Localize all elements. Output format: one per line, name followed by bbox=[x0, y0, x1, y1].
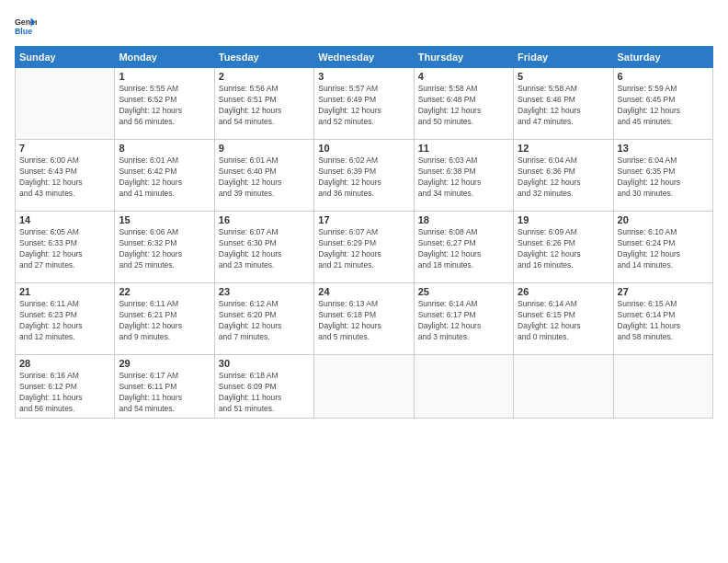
day-number: 21 bbox=[19, 286, 110, 297]
day-number: 30 bbox=[219, 358, 310, 369]
day-header-monday: Monday bbox=[115, 47, 214, 68]
day-number: 15 bbox=[119, 214, 210, 225]
day-info: Sunrise: 6:14 AM Sunset: 6:17 PM Dayligh… bbox=[418, 299, 509, 343]
day-number: 12 bbox=[518, 143, 609, 154]
day-number: 27 bbox=[618, 286, 709, 297]
calendar-cell: 8Sunrise: 6:01 AM Sunset: 6:42 PM Daylig… bbox=[115, 140, 214, 212]
calendar-cell: 30Sunrise: 6:18 AM Sunset: 6:09 PM Dayli… bbox=[214, 355, 313, 419]
day-info: Sunrise: 6:06 AM Sunset: 6:32 PM Dayligh… bbox=[119, 227, 210, 271]
calendar-cell: 16Sunrise: 6:07 AM Sunset: 6:30 PM Dayli… bbox=[214, 212, 313, 283]
day-info: Sunrise: 6:03 AM Sunset: 6:38 PM Dayligh… bbox=[418, 155, 509, 200]
day-header-thursday: Thursday bbox=[414, 47, 513, 68]
calendar-cell: 11Sunrise: 6:03 AM Sunset: 6:38 PM Dayli… bbox=[414, 140, 513, 212]
day-info: Sunrise: 6:07 AM Sunset: 6:30 PM Dayligh… bbox=[219, 227, 310, 271]
day-number: 10 bbox=[318, 143, 409, 154]
day-info: Sunrise: 5:58 AM Sunset: 6:46 PM Dayligh… bbox=[518, 84, 609, 128]
calendar-cell: 22Sunrise: 6:11 AM Sunset: 6:21 PM Dayli… bbox=[115, 283, 214, 355]
calendar-cell: 20Sunrise: 6:10 AM Sunset: 6:24 PM Dayli… bbox=[613, 212, 712, 283]
day-number: 17 bbox=[318, 214, 409, 225]
calendar-cell: 4Sunrise: 5:58 AM Sunset: 6:48 PM Daylig… bbox=[414, 68, 513, 140]
calendar-cell bbox=[514, 355, 613, 419]
day-number: 2 bbox=[219, 71, 310, 82]
day-number: 19 bbox=[518, 214, 609, 225]
day-info: Sunrise: 6:07 AM Sunset: 6:29 PM Dayligh… bbox=[318, 227, 409, 271]
calendar-cell: 23Sunrise: 6:12 AM Sunset: 6:20 PM Dayli… bbox=[214, 283, 313, 355]
day-info: Sunrise: 6:16 AM Sunset: 6:12 PM Dayligh… bbox=[19, 371, 110, 415]
calendar-cell: 28Sunrise: 6:16 AM Sunset: 6:12 PM Dayli… bbox=[16, 355, 115, 419]
day-header-tuesday: Tuesday bbox=[214, 47, 313, 68]
day-number: 26 bbox=[518, 286, 609, 297]
calendar-cell: 27Sunrise: 6:15 AM Sunset: 6:14 PM Dayli… bbox=[613, 283, 712, 355]
calendar-cell: 29Sunrise: 6:17 AM Sunset: 6:11 PM Dayli… bbox=[115, 355, 214, 419]
day-number: 20 bbox=[618, 214, 709, 225]
day-number: 4 bbox=[418, 71, 509, 82]
calendar-cell: 10Sunrise: 6:02 AM Sunset: 6:39 PM Dayli… bbox=[314, 140, 414, 212]
calendar: SundayMondayTuesdayWednesdayThursdayFrid… bbox=[15, 46, 713, 419]
calendar-cell bbox=[613, 355, 712, 419]
day-number: 28 bbox=[19, 358, 110, 369]
day-info: Sunrise: 5:59 AM Sunset: 6:45 PM Dayligh… bbox=[618, 84, 709, 128]
calendar-cell: 14Sunrise: 6:05 AM Sunset: 6:33 PM Dayli… bbox=[16, 212, 115, 283]
day-number: 24 bbox=[318, 286, 409, 297]
calendar-cell: 5Sunrise: 5:58 AM Sunset: 6:46 PM Daylig… bbox=[514, 68, 613, 140]
calendar-cell: 18Sunrise: 6:08 AM Sunset: 6:27 PM Dayli… bbox=[414, 212, 513, 283]
calendar-cell: 1Sunrise: 5:55 AM Sunset: 6:52 PM Daylig… bbox=[115, 68, 214, 140]
day-info: Sunrise: 6:05 AM Sunset: 6:33 PM Dayligh… bbox=[19, 227, 110, 271]
day-info: Sunrise: 6:02 AM Sunset: 6:39 PM Dayligh… bbox=[318, 155, 409, 200]
calendar-cell: 17Sunrise: 6:07 AM Sunset: 6:29 PM Dayli… bbox=[314, 212, 414, 283]
day-header-saturday: Saturday bbox=[613, 47, 712, 68]
day-info: Sunrise: 5:55 AM Sunset: 6:52 PM Dayligh… bbox=[119, 84, 210, 128]
calendar-cell: 26Sunrise: 6:14 AM Sunset: 6:15 PM Dayli… bbox=[514, 283, 613, 355]
day-number: 23 bbox=[219, 286, 310, 297]
day-info: Sunrise: 5:56 AM Sunset: 6:51 PM Dayligh… bbox=[219, 84, 310, 128]
calendar-cell: 21Sunrise: 6:11 AM Sunset: 6:23 PM Dayli… bbox=[16, 283, 115, 355]
day-info: Sunrise: 5:58 AM Sunset: 6:48 PM Dayligh… bbox=[418, 84, 509, 128]
day-number: 18 bbox=[418, 214, 509, 225]
day-number: 16 bbox=[219, 214, 310, 225]
calendar-cell bbox=[314, 355, 414, 419]
calendar-cell: 15Sunrise: 6:06 AM Sunset: 6:32 PM Dayli… bbox=[115, 212, 214, 283]
day-info: Sunrise: 6:10 AM Sunset: 6:24 PM Dayligh… bbox=[618, 227, 709, 271]
day-info: Sunrise: 6:09 AM Sunset: 6:26 PM Dayligh… bbox=[518, 227, 609, 271]
day-number: 29 bbox=[119, 358, 210, 369]
calendar-cell: 2Sunrise: 5:56 AM Sunset: 6:51 PM Daylig… bbox=[214, 68, 313, 140]
day-info: Sunrise: 6:12 AM Sunset: 6:20 PM Dayligh… bbox=[219, 299, 310, 343]
calendar-cell: 12Sunrise: 6:04 AM Sunset: 6:36 PM Dayli… bbox=[514, 140, 613, 212]
day-number: 9 bbox=[219, 143, 310, 154]
calendar-cell: 6Sunrise: 5:59 AM Sunset: 6:45 PM Daylig… bbox=[613, 68, 712, 140]
calendar-cell bbox=[16, 68, 115, 140]
day-header-wednesday: Wednesday bbox=[314, 47, 414, 68]
day-number: 3 bbox=[318, 71, 409, 82]
day-number: 5 bbox=[518, 71, 609, 82]
logo: General Blue bbox=[15, 15, 40, 37]
day-number: 13 bbox=[618, 143, 709, 154]
day-info: Sunrise: 6:11 AM Sunset: 6:21 PM Dayligh… bbox=[119, 299, 210, 343]
day-info: Sunrise: 6:13 AM Sunset: 6:18 PM Dayligh… bbox=[318, 299, 409, 343]
day-header-sunday: Sunday bbox=[16, 47, 115, 68]
day-info: Sunrise: 6:08 AM Sunset: 6:27 PM Dayligh… bbox=[418, 227, 509, 271]
calendar-cell: 13Sunrise: 6:04 AM Sunset: 6:35 PM Dayli… bbox=[613, 140, 712, 212]
day-info: Sunrise: 6:04 AM Sunset: 6:36 PM Dayligh… bbox=[518, 155, 609, 200]
calendar-cell: 7Sunrise: 6:00 AM Sunset: 6:43 PM Daylig… bbox=[16, 140, 115, 212]
day-info: Sunrise: 6:15 AM Sunset: 6:14 PM Dayligh… bbox=[618, 299, 709, 343]
day-number: 25 bbox=[418, 286, 509, 297]
calendar-cell: 24Sunrise: 6:13 AM Sunset: 6:18 PM Dayli… bbox=[314, 283, 414, 355]
day-info: Sunrise: 6:17 AM Sunset: 6:11 PM Dayligh… bbox=[119, 371, 210, 415]
calendar-cell: 9Sunrise: 6:01 AM Sunset: 6:40 PM Daylig… bbox=[214, 140, 313, 212]
day-info: Sunrise: 6:01 AM Sunset: 6:42 PM Dayligh… bbox=[119, 155, 210, 200]
day-info: Sunrise: 6:18 AM Sunset: 6:09 PM Dayligh… bbox=[219, 371, 310, 415]
day-info: Sunrise: 6:14 AM Sunset: 6:15 PM Dayligh… bbox=[518, 299, 609, 343]
day-info: Sunrise: 5:57 AM Sunset: 6:49 PM Dayligh… bbox=[318, 84, 409, 128]
day-info: Sunrise: 6:00 AM Sunset: 6:43 PM Dayligh… bbox=[19, 155, 110, 200]
day-number: 14 bbox=[19, 214, 110, 225]
day-number: 11 bbox=[418, 143, 509, 154]
day-number: 7 bbox=[19, 143, 110, 154]
calendar-cell: 25Sunrise: 6:14 AM Sunset: 6:17 PM Dayli… bbox=[414, 283, 513, 355]
svg-text:Blue: Blue bbox=[15, 27, 32, 36]
day-info: Sunrise: 6:01 AM Sunset: 6:40 PM Dayligh… bbox=[219, 155, 310, 200]
day-number: 1 bbox=[119, 71, 210, 82]
day-info: Sunrise: 6:11 AM Sunset: 6:23 PM Dayligh… bbox=[19, 299, 110, 343]
day-number: 22 bbox=[119, 286, 210, 297]
calendar-cell: 19Sunrise: 6:09 AM Sunset: 6:26 PM Dayli… bbox=[514, 212, 613, 283]
calendar-cell: 3Sunrise: 5:57 AM Sunset: 6:49 PM Daylig… bbox=[314, 68, 414, 140]
